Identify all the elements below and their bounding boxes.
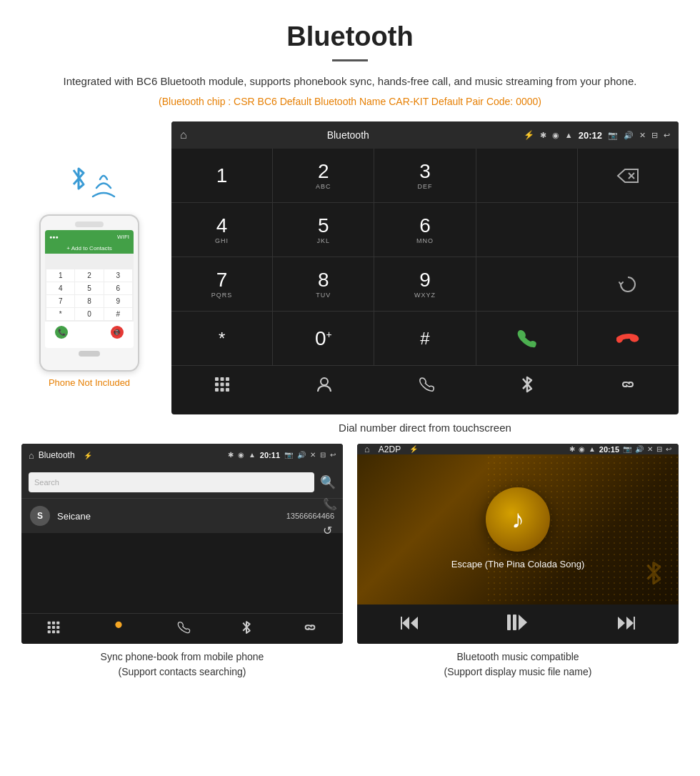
page-header: Bluetooth Integrated with BC6 Bluetooth … xyxy=(0,0,700,114)
phone-input-bar xyxy=(45,254,134,268)
dial-key-5[interactable]: 5 JKL xyxy=(273,203,374,257)
svg-rect-5 xyxy=(215,383,219,387)
phone-home-button xyxy=(79,351,100,357)
pb-x-icon[interactable]: ✕ xyxy=(310,451,316,459)
svg-marker-22 xyxy=(402,617,409,630)
phone-call-btn[interactable]: 📞 xyxy=(55,326,68,339)
music-bt-watermark xyxy=(643,559,664,590)
music-play-btn[interactable] xyxy=(507,613,529,637)
pb-usb-icon: ⚡ xyxy=(84,452,92,459)
dial-grid: 1 2 ABC 3 DEF xyxy=(171,149,679,365)
music-screen-icon[interactable]: ⊟ xyxy=(656,445,662,453)
phone-screen: ●●● WIFI + Add to Contacts 123 456 789 *… xyxy=(45,230,134,348)
dial-key-3[interactable]: 3 DEF xyxy=(374,149,475,202)
pb-title: Bluetooth xyxy=(39,450,75,460)
music-vol-icon: 🔊 xyxy=(635,445,644,453)
phonebook-screenshot: ⌂ Bluetooth ⚡ ✱ ◉ ▲ 20:11 📷 🔊 ✕ ⊟ ↩ xyxy=(21,444,343,644)
car-status-icons: ✱ ◉ ▲ 20:12 📷 🔊 ✕ ⊟ ↩ xyxy=(540,130,670,141)
pb-cam-icon: 📷 xyxy=(284,451,293,459)
dial-key-2[interactable]: 2 ABC xyxy=(273,149,374,202)
music-item: ⌂ A2DP ⚡ ✱ ◉ ▲ 20:15 📷 🔊 ✕ ⊟ ↩ xyxy=(357,444,679,682)
phone-end-btn[interactable]: 📵 xyxy=(111,326,124,339)
dial-key-0[interactable]: 0+ xyxy=(273,312,374,365)
pb-home-icon[interactable]: ⌂ xyxy=(29,450,34,461)
car-close-icon[interactable]: ✕ xyxy=(639,131,646,140)
pb-status-bar: ⌂ Bluetooth ⚡ ✱ ◉ ▲ 20:11 📷 🔊 ✕ ⊟ ↩ xyxy=(21,444,343,467)
music-gps-icon: ◉ xyxy=(579,445,585,453)
pb-keypad-icon[interactable] xyxy=(46,620,61,637)
music-x-icon[interactable]: ✕ xyxy=(647,445,653,453)
pb-bt-bottom-icon[interactable] xyxy=(241,620,252,638)
phone-illustration: ●●● WIFI + Add to Contacts 123 456 789 *… xyxy=(21,121,157,388)
car-back-icon[interactable]: ↩ xyxy=(664,131,670,140)
phonebook-caption: Sync phone-book from mobile phone(Suppor… xyxy=(21,644,343,682)
music-song-title: Escape (The Pina Colada Song) xyxy=(451,559,584,569)
svg-rect-8 xyxy=(215,388,219,392)
pb-side-refresh[interactable]: ↺ xyxy=(323,524,337,537)
bt-signal-graphic xyxy=(61,150,118,207)
pb-search-bar: Search 🔍 xyxy=(21,467,343,498)
music-next-btn[interactable] xyxy=(616,615,635,635)
car-screen-icon[interactable]: ⊟ xyxy=(651,131,658,140)
svg-rect-10 xyxy=(226,388,229,392)
pb-user-icon[interactable] xyxy=(111,620,126,638)
pb-phone-icon[interactable] xyxy=(176,620,191,638)
dial-key-6[interactable]: 6 MNO xyxy=(374,203,475,257)
car-gps-icon: ◉ xyxy=(552,131,559,140)
pb-link-icon[interactable] xyxy=(302,620,318,638)
dial-link-icon[interactable] xyxy=(619,376,636,397)
svg-rect-12 xyxy=(48,622,51,625)
svg-point-11 xyxy=(321,378,328,385)
dial-refresh[interactable] xyxy=(578,257,679,311)
dial-key-7[interactable]: 7 PQRS xyxy=(171,257,272,311)
pb-contact-row[interactable]: S Seicane 13566664466 xyxy=(21,498,343,533)
music-title-status: A2DP xyxy=(379,444,401,454)
dial-empty-3 xyxy=(578,203,679,257)
svg-rect-25 xyxy=(507,615,511,630)
dial-key-8[interactable]: 8 TUV xyxy=(273,257,374,311)
pb-search-placeholder: Search xyxy=(34,478,59,487)
music-home-icon[interactable]: ⌂ xyxy=(364,444,370,454)
title-divider xyxy=(332,59,368,61)
dial-call-green[interactable] xyxy=(476,312,577,365)
dial-contact-icon[interactable] xyxy=(316,376,333,397)
main-section: ●●● WIFI + Add to Contacts 123 456 789 *… xyxy=(0,114,700,444)
music-prev-btn[interactable] xyxy=(401,615,419,635)
orange-info: (Bluetooth chip : CSR BC6 Default Blueto… xyxy=(43,96,657,107)
phone-status-bar: ●●● WIFI xyxy=(45,230,134,243)
dial-end-red[interactable] xyxy=(578,312,679,365)
dial-keypad-icon[interactable] xyxy=(214,376,231,397)
svg-rect-16 xyxy=(52,626,55,629)
pb-bottom-bar xyxy=(21,613,343,644)
svg-marker-27 xyxy=(519,615,527,630)
dial-key-hash[interactable]: # xyxy=(374,312,475,365)
dial-key-star[interactable]: * xyxy=(171,312,272,365)
dial-bt-icon[interactable] xyxy=(520,374,534,399)
phone-not-included-label: Phone Not Included xyxy=(49,377,130,388)
car-status-title: Bluetooth xyxy=(179,129,518,141)
pb-vol-icon: 🔊 xyxy=(297,451,306,459)
contact-name: Seicane xyxy=(57,511,279,522)
pb-side-call[interactable]: 📞 xyxy=(323,497,337,511)
page-title: Bluetooth xyxy=(43,21,657,52)
bottom-row: ⌂ Bluetooth ⚡ ✱ ◉ ▲ 20:11 📷 🔊 ✕ ⊟ ↩ xyxy=(0,444,700,697)
music-back-icon[interactable]: ↩ xyxy=(666,445,671,453)
svg-rect-30 xyxy=(634,617,635,630)
music-album-art: ♪ xyxy=(486,487,550,552)
pb-search-icon[interactable]: 🔍 xyxy=(320,474,336,490)
music-content: ♪ Escape (The Pina Colada Song) xyxy=(357,454,679,605)
svg-rect-20 xyxy=(56,630,59,633)
music-time: 20:15 xyxy=(599,445,619,454)
pb-screen-icon[interactable]: ⊟ xyxy=(320,451,326,459)
pb-search-input[interactable]: Search xyxy=(29,472,314,492)
dial-key-9[interactable]: 9 WXYZ xyxy=(374,257,475,311)
svg-marker-23 xyxy=(411,617,418,630)
phone-keypad: 123 456 789 *0# xyxy=(45,268,134,322)
music-usb-icon: ⚡ xyxy=(409,445,418,453)
svg-rect-14 xyxy=(56,622,59,625)
pb-back-icon[interactable]: ↩ xyxy=(330,451,336,459)
dial-key-1[interactable]: 1 xyxy=(171,149,272,202)
dial-backspace[interactable] xyxy=(578,149,679,202)
dial-phone-icon[interactable] xyxy=(418,376,435,397)
dial-key-4[interactable]: 4 GHI xyxy=(171,203,272,257)
